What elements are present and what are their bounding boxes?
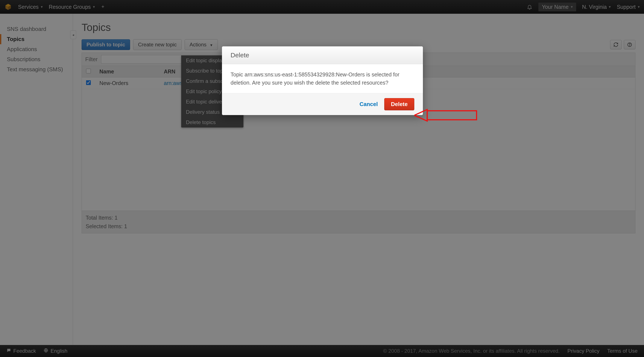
modal-footer: Cancel Delete — [222, 93, 423, 115]
annotation-arrow — [414, 108, 479, 123]
modal-title: Delete — [222, 46, 423, 64]
svg-rect-6 — [427, 111, 476, 120]
cancel-button[interactable]: Cancel — [360, 101, 378, 108]
delete-modal: Delete Topic arn:aws:sns:us-east-1:58553… — [222, 46, 423, 115]
delete-confirm-button[interactable]: Delete — [384, 98, 414, 110]
modal-body: Topic arn:aws:sns:us-east-1:585534329928… — [222, 64, 423, 93]
